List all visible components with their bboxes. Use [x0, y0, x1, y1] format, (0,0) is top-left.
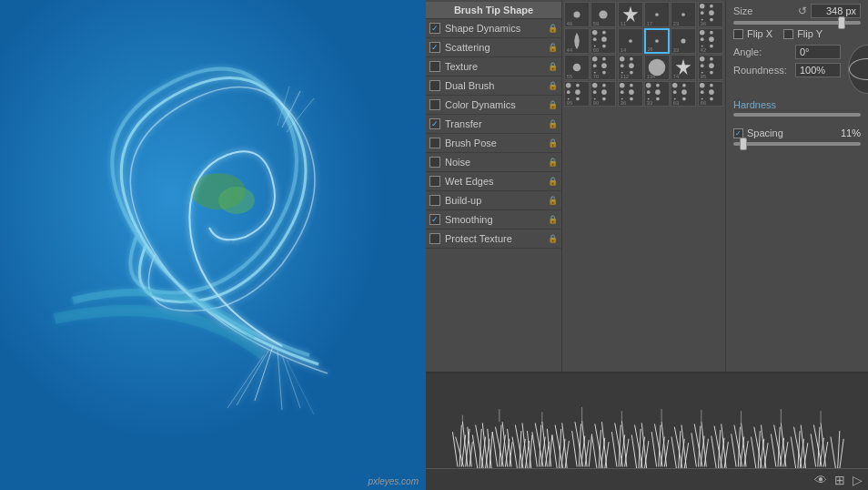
color-dynamics-lock-icon: 🔒 — [547, 99, 558, 110]
shape-dynamics-lock-icon: 🔒 — [547, 23, 558, 34]
brush-pose-lock-icon: 🔒 — [547, 138, 558, 148]
texture-label: Texture — [445, 61, 544, 72]
preset-cell[interactable]: 59 — [590, 2, 616, 27]
svg-point-33 — [709, 10, 714, 15]
preset-cell[interactable]: 66 — [698, 81, 723, 107]
preset-cell[interactable]: 36 — [618, 81, 643, 107]
color-dynamics-label: Color Dynamics — [445, 99, 544, 110]
svg-point-119 — [602, 84, 606, 87]
scattering-checkbox[interactable] — [429, 42, 440, 53]
hardness-slider-track[interactable] — [733, 113, 861, 117]
flip-x-checkbox[interactable]: Flip X — [733, 28, 772, 39]
spacing-slider-track[interactable] — [733, 142, 861, 146]
protect-texture-checkbox[interactable] — [429, 233, 440, 244]
preset-cell[interactable]: 44 — [564, 28, 590, 54]
svg-text:95: 95 — [567, 100, 572, 106]
svg-point-105 — [710, 71, 713, 75]
preset-cell[interactable]: 60 — [590, 28, 616, 54]
grid-icon[interactable]: ⊞ — [834, 473, 845, 487]
svg-point-143 — [655, 89, 661, 95]
svg-text:42: 42 — [701, 47, 706, 53]
brush-option-brush-pose[interactable]: Brush Pose🔒 — [426, 134, 561, 153]
preset-cell[interactable]: 55 — [564, 55, 590, 80]
texture-checkbox[interactable] — [429, 61, 440, 72]
preset-cell[interactable]: 46 — [564, 2, 590, 27]
svg-point-103 — [709, 63, 714, 68]
svg-point-47 — [602, 45, 606, 48]
settings-icon[interactable]: ▷ — [853, 473, 863, 487]
brush-option-protect-texture[interactable]: Protect Texture🔒 — [426, 230, 561, 249]
brush-presets-panel[interactable]: 4659111723364460142633425570112134749595… — [562, 0, 726, 372]
svg-text:60: 60 — [593, 47, 599, 53]
preset-cell[interactable]: 33 — [671, 28, 696, 54]
flip-y-cb-box[interactable] — [783, 29, 793, 39]
svg-point-122 — [593, 90, 597, 94]
svg-text:55: 55 — [567, 74, 572, 79]
flip-y-checkbox[interactable]: Flip Y — [783, 28, 823, 39]
preset-cell[interactable]: 17 — [644, 2, 670, 27]
svg-point-73 — [602, 57, 606, 61]
preset-cell[interactable]: 95 — [698, 55, 723, 80]
brush-option-wet-edges[interactable]: Wet Edges🔒 — [426, 172, 561, 191]
preset-cell[interactable]: 14 — [618, 28, 643, 54]
transfer-checkbox[interactable] — [429, 118, 440, 129]
wet-edges-checkbox[interactable] — [429, 176, 440, 187]
flip-x-cb-box[interactable] — [733, 29, 743, 39]
brush-option-smoothing[interactable]: Smoothing🔒 — [426, 210, 561, 230]
roundness-value[interactable]: 100% — [795, 63, 841, 77]
preset-cell[interactable]: 134 — [644, 55, 670, 80]
svg-point-76 — [593, 64, 597, 67]
svg-point-133 — [629, 89, 634, 95]
size-value[interactable]: 348 px — [811, 4, 861, 18]
svg-point-64 — [709, 36, 714, 42]
spacing-slider-thumb[interactable] — [740, 138, 747, 150]
preset-cell[interactable]: 33 — [644, 81, 670, 107]
noise-checkbox[interactable] — [429, 157, 440, 168]
scattering-lock-icon: 🔒 — [547, 42, 558, 53]
reset-icon[interactable]: ↺ — [798, 5, 807, 17]
preset-cell[interactable]: 112 — [618, 55, 643, 80]
svg-point-63 — [701, 37, 704, 41]
svg-point-99 — [710, 57, 713, 61]
brush-option-scattering[interactable]: Scattering🔒 — [426, 38, 561, 57]
hardness-row: Hardness — [733, 99, 861, 117]
brush-pose-checkbox[interactable] — [429, 138, 440, 148]
brush-option-transfer[interactable]: Transfer🔒 — [426, 115, 561, 134]
preset-cell[interactable]: 26 — [644, 28, 670, 54]
spacing-checkbox[interactable]: ✓ Spacing — [733, 128, 841, 138]
eye-icon[interactable]: 👁 — [814, 473, 827, 487]
color-dynamics-checkbox[interactable] — [429, 99, 440, 110]
brush-option-build-up[interactable]: Build-up🔒 — [426, 191, 561, 210]
brush-option-shape-dynamics[interactable]: Shape Dynamics🔒 — [426, 19, 561, 38]
preset-cell[interactable]: 42 — [698, 28, 723, 54]
preset-cell[interactable]: 90 — [590, 81, 616, 107]
angle-preview-circle[interactable] — [848, 45, 868, 94]
preset-cell[interactable]: 23 — [671, 2, 696, 27]
brush-tip-shape-header[interactable]: Brush Tip Shape — [426, 2, 561, 19]
spacing-cb-box[interactable]: ✓ — [733, 128, 743, 138]
protect-texture-lock-icon: 🔒 — [547, 233, 558, 244]
brush-option-dual-brush[interactable]: Dual Brush🔒 — [426, 77, 561, 96]
svg-point-87 — [629, 63, 634, 68]
angle-roundness-fields: Angle: 0° Roundness: 100% — [733, 45, 841, 94]
brush-option-texture[interactable]: Texture🔒 — [426, 57, 561, 77]
dual-brush-checkbox[interactable] — [429, 80, 440, 91]
smoothing-checkbox[interactable] — [429, 214, 440, 225]
size-slider-thumb[interactable] — [838, 16, 845, 29]
shape-dynamics-checkbox[interactable] — [429, 23, 440, 34]
preset-cell[interactable]: 95 — [564, 81, 590, 107]
preset-cell[interactable]: 70 — [590, 55, 616, 80]
preset-cell[interactable]: 63 — [671, 81, 696, 107]
svg-point-74 — [592, 56, 598, 62]
preset-cell[interactable]: 74 — [671, 55, 696, 80]
build-up-checkbox[interactable] — [429, 195, 440, 206]
svg-point-110 — [566, 83, 571, 88]
preset-cell[interactable]: 11 — [618, 2, 643, 27]
canvas-area: pxleyes.com — [0, 0, 426, 490]
brush-option-color-dynamics[interactable]: Color Dynamics🔒 — [426, 96, 561, 115]
brush-option-noise[interactable]: Noise🔒 — [426, 153, 561, 172]
angle-value[interactable]: 0° — [795, 45, 841, 59]
angle-roundness-section: Angle: 0° Roundness: 100% — [733, 45, 861, 94]
size-slider-track[interactable] — [733, 21, 861, 25]
preset-cell[interactable]: 36 — [698, 2, 723, 27]
